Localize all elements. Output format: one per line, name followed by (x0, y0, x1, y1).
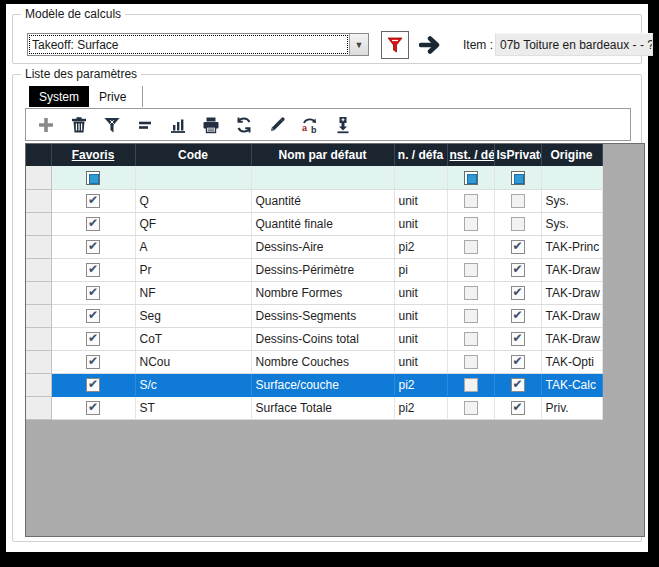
code-cell[interactable]: Pr (135, 258, 251, 281)
nom-cell[interactable]: Quantité (251, 189, 394, 212)
origine-cell[interactable]: Sys. (541, 212, 602, 235)
unite-cell[interactable]: unit (394, 189, 447, 212)
refresh-button[interactable] (232, 113, 256, 137)
table-row[interactable]: QQuantitéunitSys. (26, 189, 602, 212)
unite-cell[interactable]: unit (394, 304, 447, 327)
favoris-checkbox[interactable] (86, 401, 100, 415)
origine-cell[interactable]: TAK-Draw (541, 258, 602, 281)
code-cell[interactable]: ST (135, 396, 251, 419)
unite-cell[interactable]: pi2 (394, 396, 447, 419)
edit-button[interactable] (265, 113, 289, 137)
code-cell[interactable]: NCou (135, 350, 251, 373)
import-button[interactable] (331, 113, 355, 137)
code-cell[interactable]: QF (135, 212, 251, 235)
favoris-checkbox[interactable] (86, 378, 100, 392)
column-header-favoris[interactable]: Favoris (51, 144, 135, 166)
isprivate-checkbox[interactable] (511, 378, 525, 392)
table-row[interactable]: NFNombre FormesunitTAK-Draw (26, 281, 602, 304)
row-selector-cell[interactable] (26, 258, 51, 281)
origine-cell[interactable]: TAK-Draw (541, 304, 602, 327)
table-row[interactable]: S/cSurface/couchepi2TAK-Calc (26, 373, 602, 396)
inst-checkbox[interactable] (464, 240, 478, 254)
filter-grid-button[interactable] (100, 113, 124, 137)
isprivate-checkbox[interactable] (511, 263, 525, 277)
inst-checkbox[interactable] (464, 194, 478, 208)
table-row[interactable]: NCouNombre CouchesunitTAK-Opti (26, 350, 602, 373)
nom-cell[interactable]: Dessins-Segments (251, 304, 394, 327)
nom-cell[interactable]: Dessins-Aire (251, 235, 394, 258)
favoris-checkbox[interactable] (86, 286, 100, 300)
row-selector-cell[interactable] (26, 166, 51, 189)
origine-cell[interactable]: TAK-Princ (541, 235, 602, 258)
origine-cell[interactable]: TAK-Opti (541, 350, 602, 373)
code-cell[interactable]: Q (135, 189, 251, 212)
code-cell[interactable]: CoT (135, 327, 251, 350)
apply-arrow-button[interactable] (417, 31, 451, 59)
column-header-origine[interactable]: Origine (541, 144, 602, 166)
table-row[interactable]: QFQuantité finaleunitSys. (26, 212, 602, 235)
row-selector-cell[interactable] (26, 189, 51, 212)
inst-checkbox[interactable] (464, 378, 478, 392)
code-cell[interactable]: Seg (135, 304, 251, 327)
equals-button[interactable] (133, 113, 157, 137)
takeoff-combobox[interactable]: Takeoff: Surface ▼ (27, 33, 369, 56)
filter-button[interactable] (381, 31, 409, 59)
inst-checkbox[interactable] (464, 286, 478, 300)
nom-cell[interactable]: Surface/couche (251, 373, 394, 396)
favoris-checkbox[interactable] (86, 240, 100, 254)
nom-cell[interactable]: Dessins-Périmètre (251, 258, 394, 281)
isprivate-checkbox[interactable] (511, 286, 525, 300)
unite-cell[interactable]: pi2 (394, 373, 447, 396)
unite-cell[interactable]: pi (394, 258, 447, 281)
favoris-checkbox[interactable] (86, 263, 100, 277)
favoris-checkbox[interactable] (86, 355, 100, 369)
column-header-nom-par-d-faut[interactable]: Nom par défaut (251, 144, 394, 166)
unite-cell[interactable]: pi2 (394, 235, 447, 258)
table-row[interactable]: ADessins-Airepi2TAK-Princ (26, 235, 602, 258)
code-cell[interactable]: S/c (135, 373, 251, 396)
favoris-checkbox[interactable] (86, 194, 100, 208)
origine-cell[interactable]: TAK-Draw (541, 327, 602, 350)
filter-isprivate-checkbox[interactable] (511, 171, 525, 185)
isprivate-checkbox[interactable] (511, 355, 525, 369)
favoris-checkbox[interactable] (86, 217, 100, 231)
origine-cell[interactable]: Sys. (541, 189, 602, 212)
chart-button[interactable] (166, 113, 190, 137)
row-selector-cell[interactable] (26, 235, 51, 258)
item-field[interactable]: 07b Toiture en bardeaux - - ? (495, 33, 653, 56)
inst-checkbox[interactable] (464, 309, 478, 323)
row-selector-cell[interactable] (26, 327, 51, 350)
unite-cell[interactable]: unit (394, 350, 447, 373)
row-selector-cell[interactable] (26, 396, 51, 419)
isprivate-checkbox[interactable] (511, 401, 525, 415)
column-header-n-d-fa[interactable]: n. / défa (394, 144, 447, 166)
unite-cell[interactable]: unit (394, 212, 447, 235)
filter-inst-checkbox[interactable] (464, 171, 478, 185)
unite-cell[interactable]: unit (394, 281, 447, 304)
filter-code-cell[interactable] (135, 166, 251, 189)
filter-origine-cell[interactable] (541, 166, 602, 189)
nom-cell[interactable]: Surface Totale (251, 396, 394, 419)
origine-cell[interactable]: Priv. (541, 396, 602, 419)
code-cell[interactable]: NF (135, 281, 251, 304)
isprivate-checkbox[interactable] (511, 332, 525, 346)
favoris-checkbox[interactable] (86, 309, 100, 323)
inst-checkbox[interactable] (464, 332, 478, 346)
add-button[interactable] (34, 113, 58, 137)
column-header-isprivate[interactable]: IsPrivate (494, 144, 541, 166)
inst-checkbox[interactable] (464, 401, 478, 415)
origine-cell[interactable]: TAK-Calc (541, 373, 602, 396)
row-selector-cell[interactable] (26, 304, 51, 327)
rename-button[interactable]: a b (298, 113, 322, 137)
origine-cell[interactable]: TAK-Draw (541, 281, 602, 304)
unite-cell[interactable]: unit (394, 327, 447, 350)
row-selector-cell[interactable] (26, 212, 51, 235)
column-header-code[interactable]: Code (135, 144, 251, 166)
isprivate-checkbox[interactable] (511, 240, 525, 254)
nom-cell[interactable]: Dessins-Coins total (251, 327, 394, 350)
code-cell[interactable]: A (135, 235, 251, 258)
isprivate-checkbox[interactable] (511, 217, 525, 231)
filter-nom-cell[interactable] (251, 166, 394, 189)
print-button[interactable] (199, 113, 223, 137)
tab-prive[interactable]: Prive (89, 86, 136, 107)
